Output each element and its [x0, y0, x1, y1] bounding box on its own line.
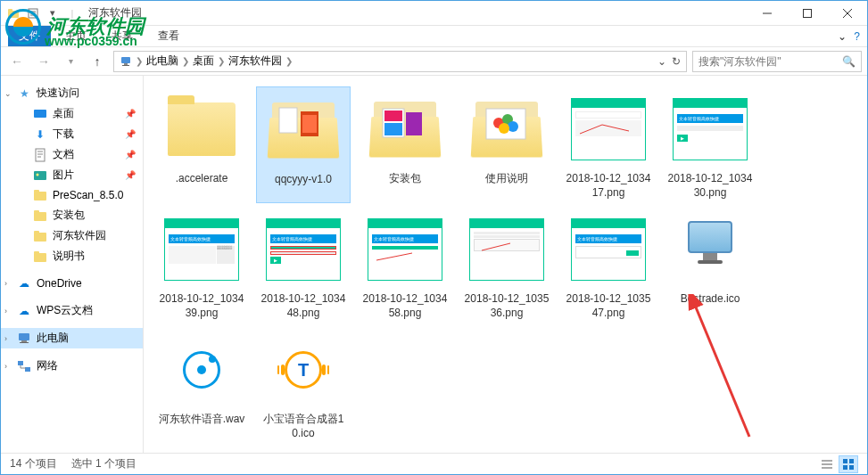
- chevron-right-icon[interactable]: ›: [4, 362, 7, 371]
- sidebar-item-manual[interactable]: 说明书: [1, 246, 143, 266]
- breadcrumb-folder[interactable]: 河东软件园: [228, 53, 282, 69]
- ribbon-help: ⌄ ?: [838, 30, 867, 43]
- address-bar[interactable]: ❯ 此电脑 ❯ 桌面 ❯ 河东软件园 ❯ ⌄ ↻: [113, 51, 687, 72]
- svg-rect-37: [849, 459, 854, 463]
- files-area[interactable]: .accelerate qqcyyy-v1.0: [144, 76, 867, 453]
- chevron-right-icon[interactable]: ❯: [218, 56, 225, 66]
- file-item-folder[interactable]: .accelerate: [154, 86, 249, 203]
- file-label: 安装包: [389, 172, 421, 186]
- qat-dropdown-icon[interactable]: ▾: [44, 4, 62, 22]
- folder-icon[interactable]: [4, 4, 22, 22]
- sidebar-item-desktop[interactable]: 桌面 📌: [1, 103, 143, 124]
- svg-point-34: [508, 121, 518, 132]
- svg-rect-1: [8, 9, 12, 12]
- sidebar-item-hedong[interactable]: 河东软件园: [1, 225, 143, 246]
- file-item-png[interactable]: 文本转音频高效快捷 ░░░░░░ 2018-10-12_103439.png: [154, 207, 249, 323]
- close-button[interactable]: [827, 1, 867, 26]
- svg-rect-0: [8, 11, 19, 18]
- file-item-png[interactable]: 文本转音频高效快捷 2018-10-12_103458.png: [358, 207, 452, 323]
- audio-icon: [178, 346, 226, 394]
- svg-rect-16: [34, 231, 39, 233]
- file-item-png[interactable]: 2018-10-12_103417.png: [561, 86, 656, 203]
- sidebar-thispc[interactable]: › 此电脑: [1, 328, 143, 348]
- file-item-png[interactable]: 2018-10-12_103536.png: [459, 207, 554, 323]
- chevron-right-icon[interactable]: ›: [4, 279, 7, 288]
- view-details-button[interactable]: [817, 455, 837, 473]
- pc-icon: [120, 55, 132, 68]
- watermark-url: www.pc0359.cn: [45, 34, 137, 48]
- svg-rect-36: [843, 459, 847, 463]
- folder-icon: [33, 188, 47, 202]
- file-label: 2018-10-12_103439.png: [158, 292, 245, 320]
- sidebar-item-pictures[interactable]: 图片 📌: [1, 165, 143, 185]
- sidebar-item-label: OneDrive: [37, 277, 82, 290]
- download-icon: ⬇: [33, 127, 47, 142]
- chevron-right-icon[interactable]: ›: [4, 307, 7, 315]
- sidebar-item-installpkg[interactable]: 安装包: [1, 205, 143, 225]
- maximize-button[interactable]: [787, 1, 827, 26]
- png-thumbnail-icon: 文本转音频高效快捷: [571, 218, 646, 281]
- forward-button[interactable]: →: [33, 51, 54, 72]
- picture-icon: [33, 168, 47, 183]
- view-icons-button[interactable]: [839, 455, 858, 473]
- svg-rect-14: [34, 210, 39, 213]
- file-label: .accelerate: [176, 172, 228, 186]
- file-label: 河东软件语音.wav: [159, 413, 245, 427]
- file-item-png[interactable]: 文本转音频高效快捷 2018-10-12_103547.png: [561, 207, 656, 323]
- chevron-right-icon[interactable]: ❯: [136, 56, 143, 66]
- chevron-right-icon[interactable]: ›: [4, 334, 7, 343]
- sidebar-item-downloads[interactable]: ⬇ 下载 📌: [1, 124, 143, 144]
- search-box[interactable]: 🔍: [692, 51, 862, 72]
- content-area: ⌄ ★ 快速访问 桌面 📌 ⬇ 下载 📌 文档 📌: [1, 76, 867, 453]
- minimize-button[interactable]: [747, 1, 787, 26]
- pc-icon: [17, 332, 31, 346]
- breadcrumb-desktop[interactable]: 桌面: [193, 53, 214, 69]
- sidebar-item-label: 河东软件园: [53, 228, 106, 243]
- file-item-ico[interactable]: Bestrade.ico: [663, 207, 757, 323]
- titlebar: ▾ | 河东软件园: [1, 1, 867, 26]
- file-item-wav[interactable]: 河东软件语音.wav: [154, 327, 249, 444]
- up-button[interactable]: ↑: [87, 51, 108, 72]
- search-icon[interactable]: 🔍: [842, 55, 856, 68]
- search-input[interactable]: [699, 55, 842, 68]
- chevron-right-icon[interactable]: ❯: [182, 56, 189, 66]
- file-item-png[interactable]: 文本转音频高效快捷 ▶ 2018-10-12_103448.png: [256, 207, 351, 323]
- svg-rect-28: [384, 111, 402, 121]
- refresh-icon[interactable]: ↻: [672, 55, 681, 68]
- sidebar-item-label: WPS云文档: [37, 303, 93, 318]
- sidebar-item-label: 快速访问: [37, 86, 79, 101]
- window-controls: [747, 1, 867, 26]
- monitor-icon: [682, 221, 739, 278]
- help-icon[interactable]: ?: [854, 30, 860, 43]
- file-label: 2018-10-12_103417.png: [565, 172, 652, 200]
- back-button[interactable]: ←: [6, 51, 28, 72]
- breadcrumb-pc[interactable]: 此电脑: [146, 53, 178, 69]
- file-item-folder[interactable]: qqcyyy-v1.0: [256, 86, 351, 203]
- png-thumbnail-icon: [469, 218, 544, 281]
- sidebar-onedrive[interactable]: › ☁ OneDrive: [1, 274, 143, 293]
- sidebar-quick-access[interactable]: ⌄ ★ 快速访问: [1, 83, 143, 103]
- sidebar-wps[interactable]: › ☁ WPS云文档: [1, 300, 143, 321]
- ribbon-view-tab[interactable]: 查看: [147, 26, 190, 46]
- sidebar-item-prescan[interactable]: PreScan_8.5.0: [1, 185, 143, 205]
- recent-dropdown[interactable]: ▾: [60, 51, 81, 72]
- ribbon-expand-icon[interactable]: ⌄: [838, 30, 847, 43]
- svg-rect-21: [20, 342, 29, 343]
- chevron-down-icon[interactable]: ⌄: [4, 89, 12, 98]
- png-thumbnail-icon: 文本转音频高效快捷 ▶: [673, 98, 748, 160]
- file-item-png[interactable]: 文本转音频高效快捷 ▶ 2018-10-12_103430.png: [663, 86, 757, 203]
- properties-icon[interactable]: [24, 4, 42, 22]
- svg-rect-39: [849, 465, 854, 470]
- star-icon: ★: [17, 86, 31, 101]
- sidebar-item-documents[interactable]: 文档 📌: [1, 144, 143, 165]
- chevron-right-icon[interactable]: ❯: [285, 56, 293, 66]
- file-item-folder[interactable]: 安装包: [358, 86, 452, 203]
- svg-point-10: [37, 173, 39, 176]
- sidebar-network[interactable]: › 网络: [1, 356, 143, 376]
- file-item-ico[interactable]: T 小宝语音合成器10.ico: [256, 327, 351, 444]
- address-dropdown-icon[interactable]: ⌄: [657, 55, 666, 68]
- file-item-folder[interactable]: 使用说明: [459, 86, 554, 203]
- svg-rect-7: [34, 110, 46, 118]
- sidebar-item-label: 下载: [53, 127, 74, 142]
- folder-open-icon: [472, 102, 541, 157]
